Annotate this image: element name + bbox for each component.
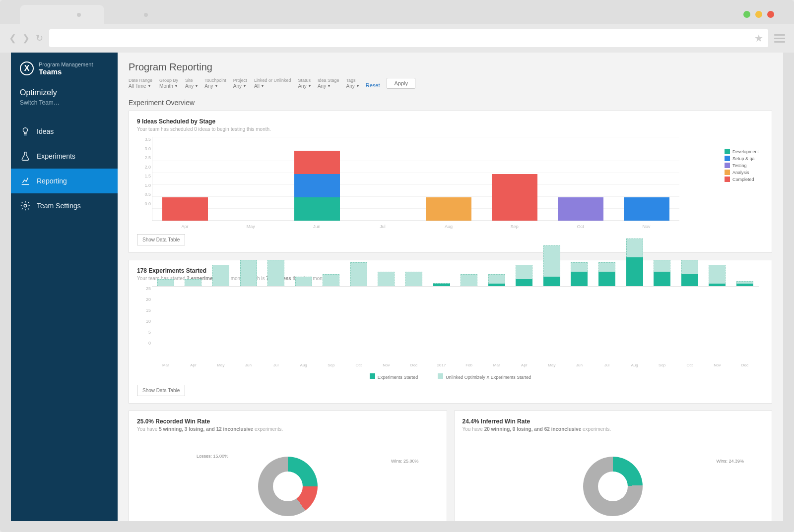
bar-15 (571, 262, 588, 286)
bar-9 (405, 272, 422, 286)
bar-16 (598, 262, 615, 286)
bar-4 (267, 260, 284, 286)
bar-20 (709, 265, 726, 286)
inferred-win-rate-donut: Wins: 24.39% Inconclusive: 75.61% (463, 437, 764, 521)
filter-date-range[interactable]: Date RangeAll Time ▾ (129, 78, 152, 89)
sidebar-item-label: Experiments (37, 152, 75, 160)
recorded-win-rate-card: 25.0% Recorded Win Rate You have 5 winni… (129, 411, 447, 521)
donut2-wins-label: Wins: 24.39% (716, 459, 744, 464)
svg-point-1 (24, 204, 27, 207)
forward-button[interactable]: ❯ (22, 33, 30, 44)
reload-button[interactable]: ↻ (36, 33, 43, 44)
bar-13 (516, 265, 532, 286)
filter-idea-stage[interactable]: Idea StageAny ▾ (318, 78, 339, 89)
chart4-subtitle: You have 20 winning, 0 losing, and 62 in… (463, 426, 764, 432)
chevron-down-icon: ▾ (328, 84, 330, 88)
reset-filters-link[interactable]: Reset (366, 82, 380, 89)
window-traffic-lights (743, 11, 774, 18)
apply-filters-button[interactable]: Apply (387, 78, 415, 89)
main-content: Program Reporting Date RangeAll Time ▾Gr… (118, 53, 783, 521)
sidebar-item-experiments[interactable]: Experiments (11, 144, 118, 169)
bar-Aug (426, 139, 471, 221)
chevron-down-icon: ▾ (357, 84, 359, 88)
experiments-icon (20, 151, 31, 162)
bar-5 (295, 277, 312, 286)
bookmark-star-icon[interactable]: ★ (754, 32, 763, 44)
url-bar[interactable]: ★ (49, 29, 768, 47)
donut1-wins-label: Wins: 25.00% (391, 459, 419, 464)
bar-6 (323, 274, 339, 286)
sidebar-item-ideas[interactable]: Ideas (11, 119, 118, 144)
bar-17 (626, 238, 643, 286)
new-tab-icon[interactable] (144, 13, 148, 17)
browser-menu-icon[interactable] (774, 34, 785, 43)
product-line: Program Management (39, 61, 93, 67)
bar-0 (157, 279, 174, 286)
filter-tags[interactable]: TagsAny ▾ (346, 78, 358, 89)
filter-group-by[interactable]: Group ByMonth ▾ (159, 78, 178, 89)
sidebar-item-label: Reporting (37, 177, 67, 185)
experiments-started-card: 178 Experiments Started Your team has st… (129, 260, 772, 404)
chart4-title: 24.4% Inferred Win Rate (463, 418, 764, 425)
product-name: Teams (39, 67, 62, 76)
donut1-losses-label: Losses: 15.00% (197, 454, 228, 459)
svg-point-0 (23, 128, 27, 132)
bar-19 (681, 260, 698, 286)
chevron-down-icon: ▾ (309, 84, 311, 88)
back-button[interactable]: ❮ (9, 33, 16, 44)
tab-close-icon[interactable] (77, 13, 81, 17)
logo-icon: X (20, 61, 34, 75)
browser-tab-strip (0, 0, 794, 24)
bar-11 (461, 274, 477, 286)
reporting-icon (20, 176, 31, 186)
ideas-scheduled-chart: 3.53.02.52.01.51.00.50.0 DevelopmentSetu… (137, 137, 764, 221)
bar-Oct (558, 139, 603, 221)
show-data-table-button[interactable]: Show Data Table (137, 385, 185, 396)
filter-status[interactable]: StatusAny ▾ (298, 78, 311, 89)
filter-project[interactable]: ProjectAny ▾ (233, 78, 247, 89)
window-maximize-icon[interactable] (755, 11, 762, 18)
bar-14 (543, 245, 560, 286)
bar-3 (240, 260, 257, 286)
bar-Sep (492, 139, 537, 221)
window-minimize-icon[interactable] (743, 11, 750, 18)
chart1-subtitle: Your team has scheduled 0 ideas to begin… (137, 126, 764, 132)
filter-touchpoint[interactable]: TouchpointAny ▾ (204, 78, 226, 89)
bar-7 (350, 262, 367, 286)
window-close-icon[interactable] (767, 11, 774, 18)
chevron-down-icon: ▾ (196, 84, 198, 88)
bar-10 (433, 283, 450, 286)
chevron-down-icon: ▾ (148, 84, 150, 88)
experiments-started-chart: 2520151050 (137, 286, 764, 360)
chart3-subtitle: You have 5 winning, 3 losing, and 12 inc… (137, 426, 439, 432)
filter-linked-or-unlinked[interactable]: Linked or UnlinkedAll ▾ (254, 78, 291, 89)
team-name: Optimizely (20, 88, 109, 97)
chart1-legend: DevelopmentSetup & qaTestingAnalysisComp… (725, 149, 759, 183)
chevron-down-icon: ▾ (244, 84, 246, 88)
bar-Jul (360, 139, 406, 221)
team-settings-icon (20, 200, 31, 211)
chart1-title: 9 Ideas Scheduled by Stage (137, 118, 764, 125)
chevron-down-icon: ▾ (262, 84, 264, 88)
sidebar-item-team-settings[interactable]: Team Settings (11, 193, 118, 218)
bar-18 (654, 260, 670, 286)
show-data-table-button[interactable]: Show Data Table (137, 234, 185, 245)
bar-2 (212, 265, 229, 286)
switch-team-link[interactable]: Switch Team… (20, 99, 109, 106)
app-root: X Program Management Teams Optimizely Sw… (11, 53, 783, 521)
bar-1 (185, 279, 201, 286)
recorded-win-rate-donut: Wins: 25.00% Losses: 15.00% Inconclusive… (137, 437, 439, 521)
browser-frame: ❮ ❯ ↻ ★ X Program Management Teams Optim… (0, 0, 794, 532)
sidebar-item-reporting[interactable]: Reporting (11, 169, 118, 193)
bar-Apr (162, 139, 208, 221)
bar-21 (736, 281, 753, 286)
browser-tab[interactable] (20, 5, 104, 24)
sidebar-item-label: Ideas (37, 127, 54, 135)
filter-bar: Date RangeAll Time ▾Group ByMonth ▾SiteA… (118, 76, 783, 96)
bar-May (228, 139, 274, 221)
filter-site[interactable]: SiteAny ▾ (185, 78, 198, 89)
page-title: Program Reporting (118, 53, 783, 76)
bar-12 (488, 274, 505, 286)
overview-section-title: Experiment Overview (118, 96, 783, 111)
chevron-down-icon: ▾ (175, 84, 177, 88)
